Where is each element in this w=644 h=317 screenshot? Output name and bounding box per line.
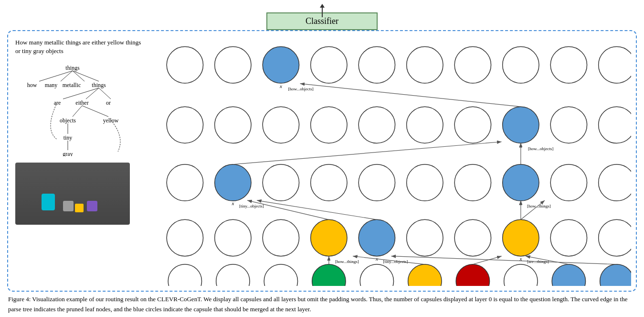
- circle-r2-c5: [359, 107, 395, 143]
- network-svg: x [how...objects] x [how...objects]: [151, 36, 631, 286]
- figure-caption: Figure 4: Visualization example of our r…: [7, 292, 637, 315]
- circle-r1-c1: [167, 47, 203, 83]
- label-r1-c3-sub: [how...objects]: [288, 87, 313, 91]
- tree-node-things1: things: [65, 65, 80, 71]
- tree-line: [39, 71, 73, 81]
- tree-node-things2: things: [92, 82, 106, 88]
- classifier-arrow: [320, 4, 325, 17]
- tree-line: [63, 88, 99, 99]
- arrow-line: [322, 8, 323, 17]
- circle-r3-c6: [407, 164, 443, 201]
- circle-r5-c7-red: [456, 264, 489, 286]
- circle-r3-c2-blue: [215, 164, 251, 201]
- circle-r4-c5-blue: [359, 219, 395, 256]
- circle-r2-c1: [167, 107, 203, 143]
- tree-line: [73, 71, 99, 81]
- circle-r4-c8-yellow: [503, 219, 539, 256]
- circle-r5-c4-green: [312, 264, 346, 286]
- arrow-head-up: [320, 4, 325, 8]
- tree-node-tiny: tiny: [63, 134, 73, 141]
- circle-r2-c9: [550, 107, 587, 143]
- circle-r3-c8-blue: [503, 164, 539, 201]
- circle-r1-c3-blue: [263, 47, 299, 83]
- tree-node-gray: gray: [63, 151, 73, 156]
- scene-image: [15, 163, 130, 225]
- circle-r2-c10: [599, 107, 631, 143]
- circle-r1-c4: [311, 47, 347, 83]
- tree-line: [73, 71, 84, 81]
- circle-r2-c7: [454, 107, 491, 143]
- circle-r3-c7: [454, 164, 491, 201]
- pruned-edge-yellow: [111, 120, 120, 152]
- left-panel: How many metallic things are either yell…: [13, 36, 147, 286]
- circle-r1-c9: [550, 47, 587, 83]
- tree-line: [99, 88, 111, 99]
- circle-r4-c2: [215, 219, 251, 256]
- label-r2-c8-sub: [how...objects]: [528, 146, 553, 151]
- scene-obj-yellow: [75, 204, 84, 212]
- circle-r2-c6: [407, 107, 443, 143]
- label-r4-c4-sub: [how...things]: [335, 259, 359, 264]
- circle-r5-c1: [168, 264, 201, 286]
- label-r3-c8-sub: [how...things]: [527, 204, 551, 208]
- circle-r3-c9: [550, 164, 587, 201]
- content-area: How many metallic things are either yell…: [7, 30, 637, 292]
- pruned-edge-are: [51, 102, 57, 140]
- arrow-r3c2-r2c8: [233, 142, 502, 164]
- circle-r1-c10: [599, 47, 631, 83]
- tree-line: [82, 106, 108, 117]
- tree-node-how: how: [27, 82, 37, 88]
- arrow-r5c10-r4c5: [391, 256, 617, 264]
- label-r3-c2: x: [231, 200, 234, 206]
- circle-r5-c6-yellow: [408, 264, 442, 286]
- circle-r2-c4: [311, 107, 347, 143]
- circle-r4-c3: [263, 219, 299, 256]
- parse-tree-svg: things how many metallic things are eith…: [15, 63, 142, 156]
- circle-r3-c5: [359, 164, 395, 201]
- circle-r1-c6: [407, 47, 443, 83]
- circle-r4-c10: [599, 219, 631, 256]
- caption-text: Figure 4: Visualization example of our r…: [8, 295, 627, 313]
- circle-r3-c10: [599, 164, 631, 201]
- label-r1-c3: x: [279, 83, 282, 89]
- tree-node-many: many: [45, 82, 58, 88]
- circle-r5-c10-blue: [600, 264, 631, 286]
- tree-line: [86, 88, 99, 99]
- circle-r1-c7: [454, 47, 491, 83]
- scene-obj-purple: [87, 201, 97, 211]
- tree-node-objects: objects: [60, 117, 76, 124]
- circle-r4-c6: [407, 219, 443, 256]
- main-wrapper: Classifier How many metallic things are …: [0, 0, 644, 317]
- tree-line: [73, 106, 82, 117]
- arrow-r2c8-r1c3: [300, 84, 521, 107]
- tree-node-metallic: metallic: [63, 82, 81, 88]
- circle-r1-c2: [215, 47, 251, 83]
- circle-r1-c5: [359, 47, 395, 83]
- scene-background: [15, 163, 130, 225]
- scene-obj-gray: [63, 201, 74, 211]
- arrow-r4c8-r3c8b: [521, 200, 545, 219]
- scene-obj-teal: [42, 194, 55, 210]
- circle-r3-c3: [263, 164, 299, 201]
- circle-r1-c8: [503, 47, 539, 83]
- circle-r5-c8: [504, 264, 538, 286]
- circle-r2-c2: [215, 107, 251, 143]
- circle-r4-c7: [454, 219, 491, 256]
- label-r3-c2-sub: [tiny...objects]: [239, 204, 264, 208]
- classifier-section: Classifier: [7, 4, 637, 28]
- circle-r2-c8-blue: [503, 107, 539, 143]
- circle-r3-c1: [167, 164, 203, 201]
- circle-r5-c2: [216, 264, 250, 286]
- circle-r2-c3: [263, 107, 299, 143]
- question-text: How many metallic things are either yell…: [15, 38, 144, 55]
- circle-r3-c4: [311, 164, 347, 201]
- circle-r4-c1: [167, 219, 203, 256]
- circle-r4-c9: [550, 219, 587, 256]
- tree-node-or: or: [106, 99, 111, 106]
- circle-r4-c4-yellow: [311, 219, 347, 256]
- circle-r5-c5: [360, 264, 393, 286]
- tree-node-either: either: [75, 99, 88, 106]
- right-panel: x [how...objects] x [how...objects]: [151, 36, 631, 286]
- tree-line: [61, 71, 73, 81]
- circle-r5-c9-blue: [552, 264, 585, 286]
